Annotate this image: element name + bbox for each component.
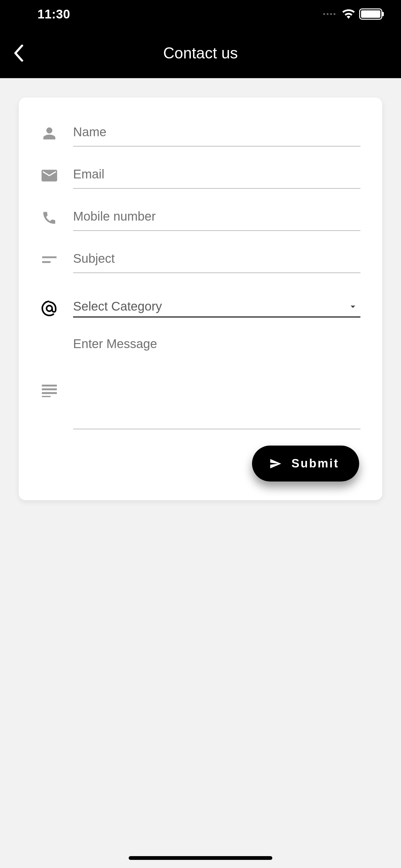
submit-button-label: Submit <box>291 457 339 470</box>
svg-rect-3 <box>42 389 57 390</box>
svg-rect-2 <box>42 384 57 386</box>
subject-input[interactable] <box>73 249 360 273</box>
svg-rect-4 <box>42 392 57 394</box>
send-icon <box>268 458 282 470</box>
contact-form-card: Select Category Submit <box>19 97 382 500</box>
paragraph-icon <box>41 380 58 402</box>
at-sign-icon <box>41 298 58 319</box>
wifi-icon <box>342 9 355 19</box>
person-icon <box>41 122 58 144</box>
svg-rect-0 <box>42 256 57 258</box>
phone-icon <box>41 207 58 229</box>
svg-rect-5 <box>42 396 51 397</box>
short-text-icon <box>41 249 58 271</box>
message-input[interactable] <box>73 336 360 429</box>
email-input[interactable] <box>73 165 360 189</box>
email-icon <box>41 165 58 187</box>
battery-icon <box>359 8 382 20</box>
field-row-category: Select Category <box>41 298 360 319</box>
status-time: 11:30 <box>37 7 70 21</box>
page-title: Contact us <box>0 44 401 62</box>
field-row-name <box>41 122 360 147</box>
header-divider <box>0 78 401 79</box>
submit-row: Submit <box>41 445 359 482</box>
category-select[interactable]: Select Category <box>73 298 360 317</box>
name-input[interactable] <box>73 122 360 147</box>
field-row-message <box>41 336 360 431</box>
category-select-label: Select Category <box>73 299 347 313</box>
field-row-mobile <box>41 207 360 231</box>
field-row-email <box>41 165 360 189</box>
cellular-dots-icon <box>323 13 335 15</box>
back-button[interactable] <box>9 44 28 62</box>
chevron-down-icon <box>347 301 359 312</box>
home-indicator <box>129 856 272 860</box>
field-row-subject <box>41 249 360 273</box>
status-bar: 11:30 <box>0 0 401 28</box>
mobile-input[interactable] <box>73 207 360 231</box>
status-right <box>323 8 382 20</box>
navbar: Contact us <box>0 28 401 78</box>
chevron-left-icon <box>13 45 24 62</box>
svg-rect-1 <box>42 261 51 263</box>
submit-button[interactable]: Submit <box>252 445 359 482</box>
